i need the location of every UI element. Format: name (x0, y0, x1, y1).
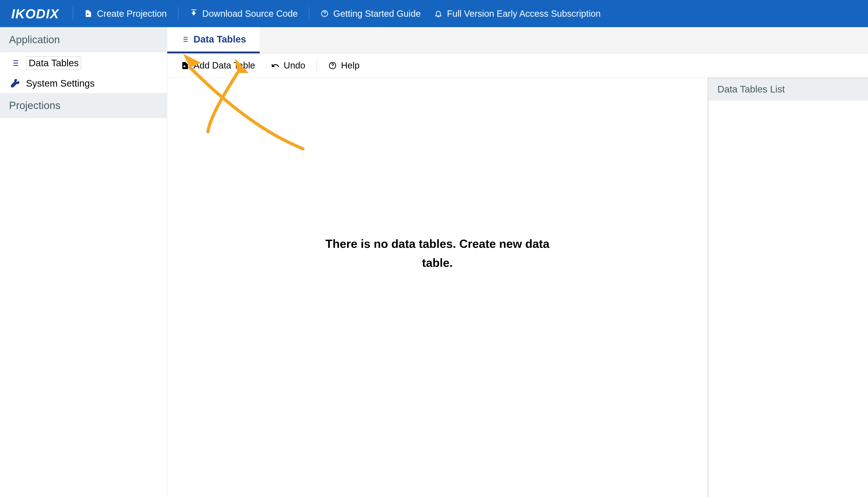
download-source-label: Download Source Code (202, 9, 298, 19)
bell-icon (434, 10, 443, 18)
content: Data Tables Add Data Table Undo (167, 27, 868, 497)
download-icon (190, 10, 198, 18)
toolbar: Add Data Table Undo Help (167, 54, 868, 77)
sidebar-section-projections: Projections (0, 93, 167, 118)
file-plus-icon (84, 10, 92, 18)
tab-label: Data Tables (193, 34, 246, 45)
svg-point-7 (332, 67, 333, 68)
create-projection-label: Create Projection (97, 9, 167, 19)
divider (178, 7, 178, 20)
subscription-label: Full Version Early Access Subscription (447, 9, 601, 19)
right-panel-title: Data Tables List (708, 79, 868, 100)
top-bar: IKODIX Create Projection Download Source… (0, 0, 868, 27)
list-icon (181, 35, 189, 43)
add-data-table-button[interactable]: Add Data Table (176, 58, 260, 73)
svg-rect-1 (87, 14, 89, 15)
sidebar-item-data-tables[interactable]: Data Tables (0, 52, 167, 74)
divider (317, 60, 317, 71)
sidebar-item-label: Data Tables (26, 56, 81, 70)
tabs-strip: Data Tables (167, 27, 868, 54)
help-label: Help (341, 60, 359, 71)
canvas: There is no data tables. Create new data… (167, 77, 708, 497)
tab-data-tables[interactable]: Data Tables (167, 27, 260, 53)
file-plus-icon (181, 61, 189, 70)
svg-rect-5 (183, 66, 186, 67)
getting-started-label: Getting Started Guide (333, 9, 421, 19)
help-circle-icon (328, 61, 337, 70)
svg-point-3 (324, 15, 325, 15)
list-icon (10, 58, 20, 68)
sidebar-item-label: System Settings (26, 78, 95, 89)
download-source-link[interactable]: Download Source Code (183, 9, 304, 19)
wrench-icon (10, 79, 20, 88)
help-circle-icon (320, 10, 329, 18)
getting-started-link[interactable]: Getting Started Guide (314, 9, 428, 19)
main-area: There is no data tables. Create new data… (167, 77, 868, 497)
add-data-table-label: Add Data Table (193, 60, 255, 71)
right-panel: Data Tables List (708, 77, 868, 497)
empty-state-message: There is no data tables. Create new data… (324, 235, 550, 272)
subscription-link[interactable]: Full Version Early Access Subscription (428, 9, 607, 19)
sidebar-item-system-settings[interactable]: System Settings (0, 74, 167, 93)
create-projection-link[interactable]: Create Projection (77, 9, 174, 19)
help-button[interactable]: Help (324, 58, 364, 73)
brand-logo: IKODIX (11, 6, 68, 21)
sidebar: Application Data Tables System Settings … (0, 27, 167, 497)
undo-label: Undo (284, 60, 305, 71)
divider (73, 7, 73, 20)
undo-icon (271, 61, 280, 70)
undo-button[interactable]: Undo (266, 58, 310, 73)
sidebar-section-application: Application (0, 27, 167, 52)
